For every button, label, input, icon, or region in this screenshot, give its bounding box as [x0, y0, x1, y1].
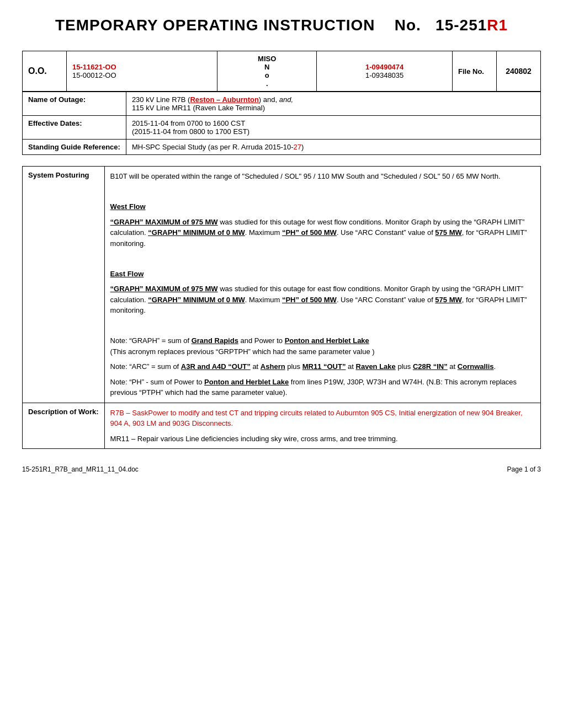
dates-label: Effective Dates: — [23, 116, 126, 140]
system-posturing-content: B10T will be operated within the range o… — [104, 167, 540, 403]
note2: Note: “ARC” = sum of A3R and A4D “OUT” a… — [110, 361, 535, 372]
west-flow-para: “GRAPH” MAXIMUM of 975 MW was studied fo… — [110, 217, 535, 249]
standing-label: Standing Guide Reference: — [23, 140, 126, 155]
header-table: O.O. 15-11621-OO 15-00012-OO MISO N o . … — [22, 51, 541, 92]
miso-numbers-cell: 1-09490474 1-09348035 — [317, 51, 453, 92]
fileno-label: File No. — [453, 51, 497, 92]
oo-numbers-cell: 15-11621-OO 15-00012-OO — [67, 51, 217, 92]
miso-num1: 1-09490474 — [365, 63, 403, 71]
footer: 15-251R1_R7B_and_MR11_11_04.doc Page 1 o… — [22, 465, 541, 473]
footer-page: Page 1 of 3 — [507, 465, 541, 473]
description-label: Description of Work: — [23, 403, 105, 449]
oo-num2: 15-00012-OO — [72, 71, 116, 79]
miso-num2: 1-09348035 — [365, 71, 403, 79]
page-title: TEMPORARY OPERATING INSTRUCTION No. 15-2… — [22, 17, 541, 34]
footer-filename: 15-251R1_R7B_and_MR11_11_04.doc — [22, 465, 139, 473]
title-number: 15-251 — [435, 17, 487, 34]
description-line1: R7B – SaskPower to modify and test CT an… — [110, 409, 523, 428]
note3: Note: “PH” - sum of Power to Ponton and … — [110, 377, 535, 398]
posturing-text: B10T will be operated within the range o… — [110, 171, 535, 182]
title-no-label: No. — [395, 17, 421, 34]
title-main: TEMPORARY OPERATING INSTRUCTION — [55, 17, 375, 34]
dates-value: 2015-11-04 from 0700 to 1600 CST (2015-1… — [126, 116, 540, 140]
info-table: Name of Outage: 230 kV Line R7B (Reston … — [22, 92, 541, 155]
fileno-value: 240802 — [497, 51, 541, 92]
standing-value: MH-SPC Special Study (as per R. Arruda 2… — [126, 140, 540, 155]
miso-cell: MISO N o . — [217, 51, 317, 92]
description-line2: MR11 – Repair various Line deficiencies … — [110, 435, 398, 443]
system-posturing-label: System Posturing — [23, 167, 105, 403]
oo-num1: 15-11621-OO — [72, 63, 116, 71]
east-flow-para: “GRAPH” MAXIMUM of 975 MW was studied fo… — [110, 283, 535, 316]
standing-date: 27 — [294, 143, 301, 151]
oo-label: O.O. — [23, 51, 67, 92]
west-flow-heading: West Flow — [110, 201, 535, 212]
main-content-table: System Posturing B10T will be operated w… — [22, 166, 541, 449]
title-revision: R1 — [487, 17, 508, 34]
note1: Note: “GRAPH” = sum of Grand Rapids and … — [110, 335, 535, 357]
description-content: R7B – SaskPower to modify and test CT an… — [104, 403, 540, 449]
outage-value: 230 kV Line R7B (Reston – Auburnton) and… — [126, 92, 540, 116]
east-flow-heading: East Flow — [110, 269, 535, 280]
outage-label: Name of Outage: — [23, 92, 126, 116]
